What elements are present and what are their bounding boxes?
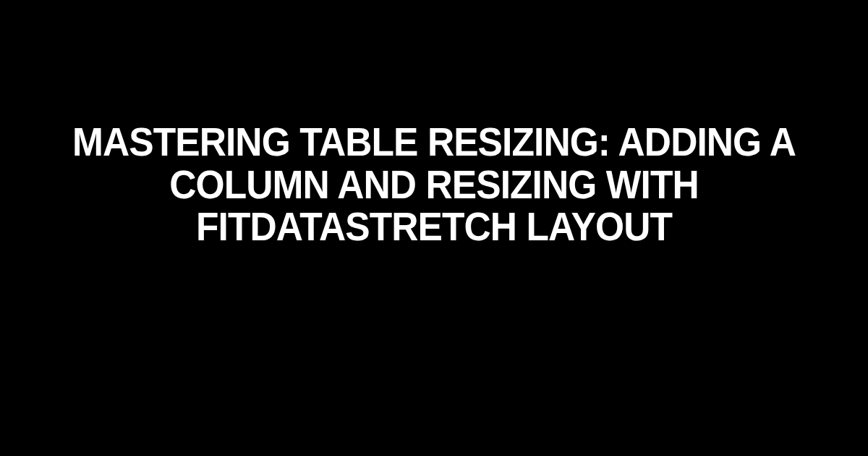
page-title: Mastering Table Resizing: Adding a Colum… bbox=[61, 121, 807, 248]
title-container: Mastering Table Resizing: Adding a Colum… bbox=[0, 121, 868, 248]
